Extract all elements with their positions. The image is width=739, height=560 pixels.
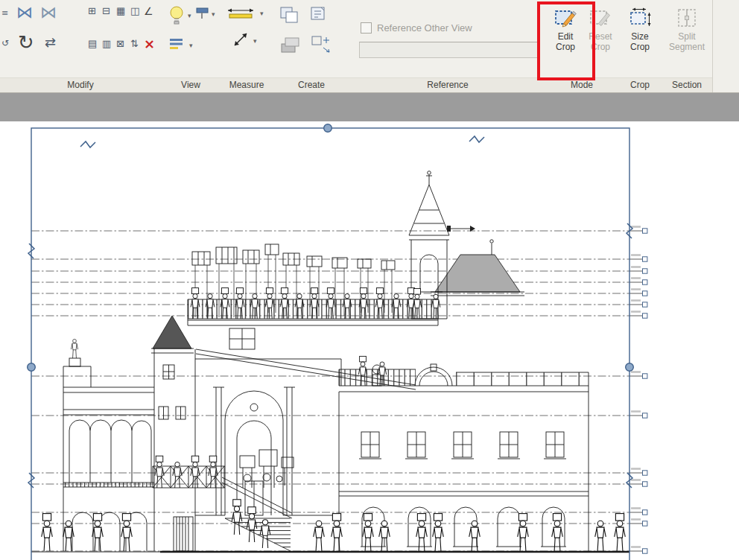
application-window: ≡ ↺ ⋈ ⋈ ↻ ⇄ ⊞ ⊟ ▦ ◫ ∠ ▤ ▥ ⊠ ⇅ × Modify ▾ (0, 0, 739, 560)
drawing-canvas[interactable] (0, 0, 739, 560)
entourage-people (42, 288, 626, 551)
crop-break-control (28, 473, 34, 488)
level-lines (31, 231, 629, 551)
building-elevation (31, 171, 629, 552)
level-markers (629, 226, 647, 553)
crop-break-control (80, 141, 95, 147)
crop-grip-handle (324, 124, 332, 133)
crop-grip-handle (626, 363, 634, 372)
crop-region[interactable] (28, 124, 634, 560)
dark-gable (153, 316, 191, 349)
edit-crop-highlight-box (537, 1, 595, 80)
crop-break-control (469, 136, 484, 142)
crop-break-control (28, 244, 34, 258)
hipped-roof (435, 255, 520, 292)
crop-grip-handle (28, 363, 36, 372)
